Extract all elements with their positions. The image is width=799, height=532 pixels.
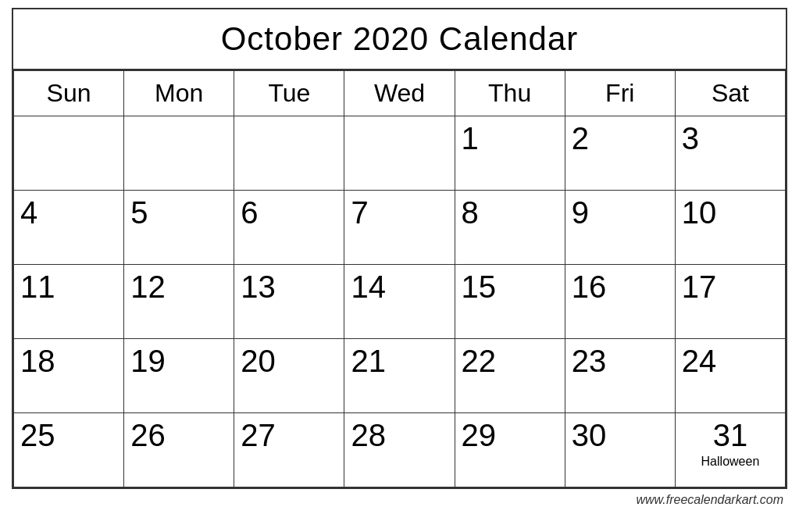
day-number: 24 xyxy=(682,344,779,379)
day-number: 15 xyxy=(462,270,558,305)
calendar-cell: 28 xyxy=(344,413,455,487)
weekday-header-tue: Tue xyxy=(234,71,344,116)
calendar-cell: 26 xyxy=(124,413,234,487)
day-number: 6 xyxy=(241,195,337,230)
calendar-title: October 2020 Calendar xyxy=(13,9,786,70)
calendar-cell: 9 xyxy=(565,191,675,265)
calendar-cell: 13 xyxy=(234,265,344,339)
calendar-cell: 27 xyxy=(234,413,344,487)
calendar-cell: 1 xyxy=(455,116,565,191)
week-row-5: 25262728293031Halloween xyxy=(14,413,786,487)
day-number: 29 xyxy=(462,418,558,453)
calendar-cell xyxy=(234,116,344,191)
day-number: 18 xyxy=(20,344,117,379)
day-number: 21 xyxy=(351,344,448,379)
calendar-cell: 24 xyxy=(675,339,785,413)
calendar-cell xyxy=(124,116,234,191)
calendar-cell: 7 xyxy=(344,191,455,265)
day-number: 10 xyxy=(682,195,779,230)
calendar-cell: 15 xyxy=(455,265,565,339)
calendar-cell: 29 xyxy=(455,413,565,487)
day-number: 30 xyxy=(572,418,669,453)
day-number: 23 xyxy=(572,344,669,379)
day-number: 22 xyxy=(462,344,558,379)
week-row-4: 18192021222324 xyxy=(14,339,786,413)
calendar-cell: 17 xyxy=(675,265,785,339)
day-number: 12 xyxy=(130,270,227,305)
day-number: 2 xyxy=(572,121,669,156)
day-number: 31 xyxy=(682,418,779,453)
day-number: 14 xyxy=(351,270,448,305)
day-number: 4 xyxy=(20,195,117,230)
day-number: 5 xyxy=(130,195,227,230)
calendar-cell: 5 xyxy=(124,191,234,265)
weekday-header-fri: Fri xyxy=(565,71,675,116)
day-number: 28 xyxy=(351,418,448,453)
day-number: 9 xyxy=(572,195,669,230)
calendar-cell: 16 xyxy=(565,265,675,339)
calendar-cell: 25 xyxy=(14,413,124,487)
day-number: 3 xyxy=(682,121,779,156)
footer-url: www.freecalendarkart.com xyxy=(12,489,787,507)
day-number: 11 xyxy=(20,270,117,305)
calendar-cell: 3 xyxy=(675,116,785,191)
calendar-cell: 21 xyxy=(344,339,455,413)
week-row-2: 45678910 xyxy=(14,191,786,265)
calendar-cell: 6 xyxy=(234,191,344,265)
weekday-header-wed: Wed xyxy=(344,71,455,116)
calendar-cell: 18 xyxy=(14,339,124,413)
calendar-cell: 20 xyxy=(234,339,344,413)
day-number: 17 xyxy=(682,270,779,305)
calendar-cell: 14 xyxy=(344,265,455,339)
calendar-table: SunMonTueWedThuFriSat 123456789101112131… xyxy=(13,70,786,487)
day-number: 7 xyxy=(351,195,448,230)
weekday-header-row: SunMonTueWedThuFriSat xyxy=(14,71,786,116)
day-number: 13 xyxy=(241,270,337,305)
calendar-container: October 2020 Calendar SunMonTueWedThuFri… xyxy=(12,8,787,489)
week-row-3: 11121314151617 xyxy=(14,265,786,339)
calendar-cell: 12 xyxy=(124,265,234,339)
calendar-cell xyxy=(14,116,124,191)
day-number: 1 xyxy=(462,121,558,156)
calendar-cell: 30 xyxy=(565,413,675,487)
weekday-header-sat: Sat xyxy=(675,71,785,116)
week-row-1: 123 xyxy=(14,116,786,191)
day-number: 27 xyxy=(241,418,337,453)
calendar-cell: 19 xyxy=(124,339,234,413)
calendar-cell: 4 xyxy=(14,191,124,265)
calendar-cell: 2 xyxy=(565,116,675,191)
calendar-cell: 8 xyxy=(455,191,565,265)
calendar-cell: 22 xyxy=(455,339,565,413)
day-number: 19 xyxy=(130,344,227,379)
day-number: 25 xyxy=(20,418,117,453)
calendar-cell: 11 xyxy=(14,265,124,339)
weekday-header-thu: Thu xyxy=(455,71,565,116)
day-number: 26 xyxy=(130,418,227,453)
weekday-header-mon: Mon xyxy=(124,71,234,116)
weekday-header-sun: Sun xyxy=(14,71,124,116)
calendar-cell: 31Halloween xyxy=(675,413,785,487)
day-number: 16 xyxy=(572,270,669,305)
day-event-label: Halloween xyxy=(682,455,779,469)
calendar-cell xyxy=(344,116,455,191)
calendar-cell: 23 xyxy=(565,339,675,413)
day-number: 8 xyxy=(462,195,558,230)
calendar-cell: 10 xyxy=(675,191,785,265)
day-number: 20 xyxy=(241,344,337,379)
